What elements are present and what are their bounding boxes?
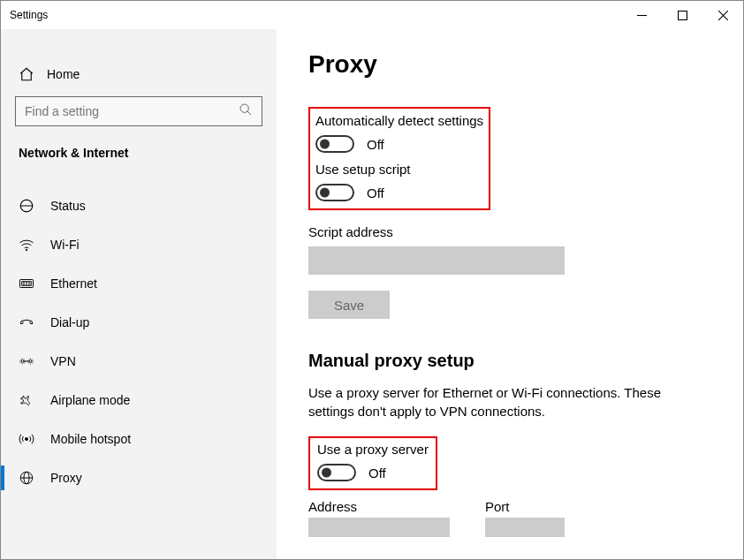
auto-detect-toggle[interactable] [315, 135, 354, 153]
sidebar-item-dialup[interactable]: Dial-up [15, 303, 262, 342]
script-address-input [308, 246, 565, 275]
auto-proxy-highlight: Automatically detect settings Off Use se… [308, 107, 490, 210]
sidebar-item-label: Ethernet [50, 276, 97, 291]
port-label: Port [485, 499, 565, 514]
sidebar-item-ethernet[interactable]: Ethernet [15, 264, 262, 303]
sidebar-item-hotspot[interactable]: Mobile hotspot [15, 420, 262, 458]
setup-script-toggle-row: Off [315, 184, 483, 201]
use-proxy-toggle-row: Off [317, 464, 429, 481]
maximize-icon [678, 11, 687, 20]
close-icon [718, 11, 728, 20]
search-box[interactable] [15, 96, 262, 126]
sidebar-item-label: Wi-Fi [50, 238, 80, 252]
setup-script-label: Use setup script [315, 162, 483, 177]
use-proxy-state: Off [368, 465, 386, 481]
script-address-label: Script address [308, 224, 711, 239]
home-icon [19, 66, 34, 82]
sidebar-item-label: Dial-up [50, 315, 89, 329]
svg-rect-1 [678, 11, 687, 19]
maximize-button[interactable] [662, 2, 702, 28]
auto-detect-toggle-row: Off [315, 135, 483, 153]
svg-line-5 [247, 111, 251, 115]
hotspot-icon [19, 431, 34, 447]
ethernet-icon [19, 276, 34, 291]
save-button: Save [308, 291, 390, 319]
sidebar-item-label: Proxy [50, 471, 82, 485]
sidebar-item-label: VPN [50, 354, 76, 368]
proxy-icon [19, 470, 34, 486]
manual-section-desc: Use a proxy server for Ethernet or Wi-Fi… [308, 383, 697, 420]
use-proxy-label: Use a proxy server [317, 442, 429, 457]
search-input[interactable] [25, 104, 239, 118]
sidebar-item-status[interactable]: Status [15, 186, 262, 225]
sidebar-category: Network & Internet [15, 146, 262, 160]
app-body: Home Network & Internet Status Wi-Fi [1, 29, 743, 559]
sidebar-home[interactable]: Home [15, 57, 262, 91]
auto-detect-state: Off [367, 137, 384, 152]
window-controls [621, 2, 743, 28]
use-proxy-highlight: Use a proxy server Off [308, 436, 437, 490]
svg-point-7 [26, 249, 27, 251]
minimize-icon [637, 11, 647, 20]
sidebar-home-label: Home [47, 67, 80, 81]
svg-point-14 [29, 360, 32, 363]
minimize-button[interactable] [621, 2, 662, 28]
use-proxy-toggle[interactable] [317, 464, 356, 481]
svg-point-18 [26, 438, 28, 441]
airplane-icon [19, 392, 34, 408]
window-title-text: Settings [10, 9, 48, 21]
close-button[interactable] [702, 2, 743, 28]
address-input [308, 518, 450, 537]
address-label: Address [308, 499, 450, 514]
content: Proxy Automatically detect settings Off … [277, 29, 743, 559]
window-title: Settings [10, 9, 48, 21]
setup-script-toggle[interactable] [315, 184, 354, 201]
sidebar-nav: Status Wi-Fi Ethernet Dial-up VPN [15, 186, 262, 497]
sidebar-item-proxy[interactable]: Proxy [15, 458, 262, 497]
setup-script-state: Off [367, 185, 384, 201]
sidebar-item-wifi[interactable]: Wi-Fi [15, 225, 262, 264]
titlebar: Settings [1, 1, 743, 29]
sidebar-item-vpn[interactable]: VPN [15, 342, 262, 381]
manual-section-title: Manual proxy setup [308, 351, 711, 371]
sidebar-item-airplane[interactable]: Airplane mode [15, 381, 262, 420]
svg-point-4 [240, 104, 248, 112]
search-icon [239, 102, 253, 120]
page-title: Proxy [308, 50, 711, 79]
vpn-icon [19, 353, 34, 369]
sidebar-item-label: Status [50, 199, 86, 213]
dialup-icon [19, 314, 34, 330]
status-icon [19, 198, 34, 214]
auto-detect-label: Automatically detect settings [315, 113, 483, 128]
port-input [485, 518, 565, 537]
sidebar-item-label: Airplane mode [50, 393, 130, 407]
sidebar: Home Network & Internet Status Wi-Fi [1, 29, 277, 559]
address-port-row: Address Port [308, 499, 711, 537]
svg-point-13 [21, 360, 24, 363]
sidebar-item-label: Mobile hotspot [50, 432, 131, 446]
wifi-icon [19, 237, 34, 253]
